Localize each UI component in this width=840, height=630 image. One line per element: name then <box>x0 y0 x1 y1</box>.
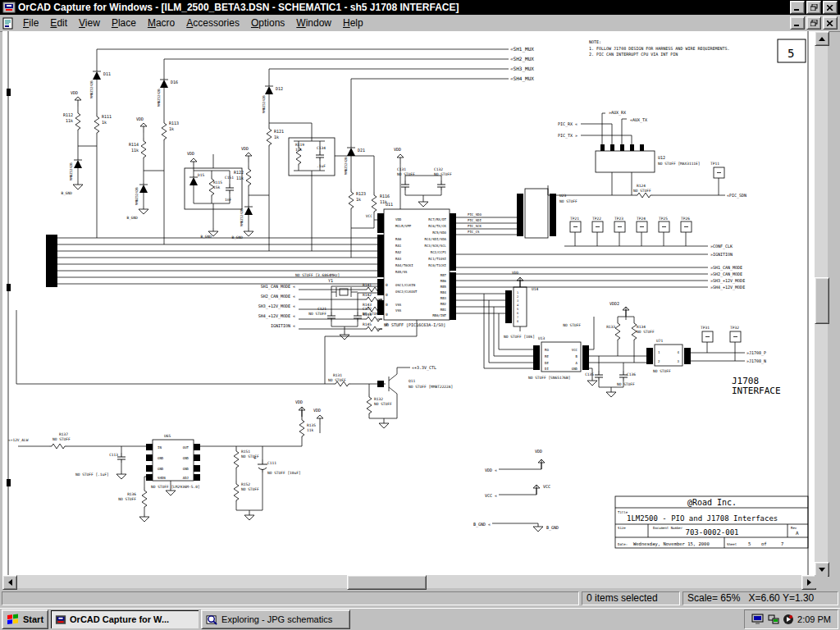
sch-text: RA3 <box>395 257 402 261</box>
vertical-scrollbar[interactable] <box>815 31 828 575</box>
sch-text: 1 <box>658 350 660 354</box>
network-tray-icon[interactable] <box>768 614 779 625</box>
sch-text: U71 <box>656 339 663 343</box>
sch-text: 2 <box>517 295 518 299</box>
sch-text: «SH1_MUX <box>510 46 534 52</box>
sch-text: NO STUFF [MMBT2222A] <box>409 385 453 389</box>
j1708-label-2: INTERFACE <box>732 386 781 396</box>
menu-accessories[interactable]: Accessories <box>180 16 245 30</box>
sch-text: C113 <box>109 453 118 457</box>
horizontal-scrollbar[interactable] <box>2 575 815 588</box>
sch-text: D11 <box>103 71 111 76</box>
sch-text: 4 <box>678 350 680 354</box>
sch-text: VDD <box>395 217 402 221</box>
sch-text: NO STUFF <box>633 189 651 193</box>
sch-text: U23 <box>559 194 566 198</box>
restore-button[interactable] <box>806 1 821 14</box>
schematic-doc-icon[interactable] <box>2 17 15 30</box>
start-button[interactable]: Start <box>2 609 48 629</box>
sch-text: VDD <box>313 408 321 413</box>
menu-edit[interactable]: Edit <box>44 16 73 30</box>
sch-text: RC0/T1CKI <box>428 263 446 267</box>
minimize-button[interactable] <box>790 1 805 14</box>
menu-file[interactable]: File <box>17 16 44 30</box>
sch-text: RA1 <box>395 244 402 248</box>
desktop: { "window": {"title": "OrCAD Capture for… <box>0 0 840 630</box>
sch-text: B_GND <box>61 191 72 196</box>
sch-text: »SH1_CAN_MODE <box>710 265 742 271</box>
task-exploring[interactable]: Exploring - JPG schematics <box>201 609 350 629</box>
sch-text: RC5/SDO <box>432 231 446 235</box>
child-close-button[interactable] <box>823 16 838 30</box>
sch-text: R134 <box>637 325 646 329</box>
sch-text: R114 <box>129 142 139 147</box>
sch-text: 4 <box>517 304 518 307</box>
sch-text: SHDN <box>158 476 166 480</box>
sch-text: NO STUFF <box>397 172 415 176</box>
sch-text: A <box>796 530 799 536</box>
sch-text: NO STUFF <box>559 199 578 203</box>
sch-text: NO STUFF <box>637 330 655 334</box>
sch-text: NO STUFF <box>563 323 581 327</box>
sch-text: RB7 <box>441 273 447 277</box>
sch-text: 15k <box>295 148 302 152</box>
sch-text: C132 <box>434 167 443 171</box>
sch-text: VCC <box>543 484 550 489</box>
sch-text: R141 <box>363 283 372 287</box>
menu-place[interactable]: Place <box>106 16 142 30</box>
child-restore-button[interactable] <box>806 16 821 30</box>
menu-macro[interactable]: Macro <box>142 16 180 30</box>
pic-refdes: U11 <box>386 202 393 207</box>
sch-text: R145 <box>363 322 372 326</box>
sch-text: GND <box>158 467 164 471</box>
sch-text: 0 <box>386 313 388 317</box>
sch-text: C121 <box>317 307 326 311</box>
child-minimize-button[interactable] <box>790 16 805 30</box>
sch-text: Sheet <box>727 542 737 546</box>
menu-view[interactable]: View <box>73 16 106 30</box>
titleblock-date: Wednesday, November 15, 2000 <box>633 541 710 547</box>
task-orcad-capture[interactable]: OrCAD Capture for W... <box>51 610 199 628</box>
sch-text: VSS <box>395 308 402 313</box>
menu-window[interactable]: Window <box>290 16 337 30</box>
sch-text: R142 <box>363 293 372 297</box>
sch-text: 1k <box>356 197 361 202</box>
sch-text: B_GND « <box>473 522 491 527</box>
sch-text: »SH3_+12V_MODE <box>710 278 745 284</box>
sch-text: TP31 <box>701 326 710 330</box>
menu-bar: File Edit View Place Macro Accessories O… <box>0 15 840 32</box>
titleblock-docnum: 703-0002-001 <box>685 528 738 536</box>
sch-text: 15k <box>213 185 220 189</box>
component-boxes <box>153 138 682 481</box>
sch-text: R151 <box>241 450 250 454</box>
sch-text: 6 <box>517 312 518 315</box>
pic-part: NO STUFF [PIC16C63A-I/SO] <box>384 322 445 327</box>
vertical-scroll-thumb[interactable] <box>815 277 829 324</box>
sch-text: D21 <box>358 148 365 153</box>
sch-text: R136 <box>127 492 136 496</box>
sch-text: VDD2 <box>609 301 619 306</box>
scroll-left-button[interactable] <box>2 575 17 590</box>
sch-text: R121 <box>274 129 284 134</box>
sch-text: «SH2_MUX <box>510 56 534 62</box>
sch-text: NO STUFF <box>241 487 259 491</box>
sch-text: R111 <box>102 114 112 119</box>
display-tray-icon[interactable] <box>751 614 765 625</box>
sch-text: VDD <box>71 90 78 95</box>
menu-options[interactable]: Options <box>245 16 290 30</box>
media-tray-icon[interactable] <box>783 614 794 625</box>
sch-text: TP26 <box>681 217 690 221</box>
close-button[interactable] <box>823 1 838 14</box>
sch-text: IN <box>158 445 162 450</box>
sch-text: MMBZ5242B <box>135 187 139 205</box>
menu-help[interactable]: Help <box>337 16 369 30</box>
schematic-page[interactable]: «SH1_MUX«SH2_MUX«SH3_MUX«SH4_MUXNOTE:1. … <box>2 31 815 575</box>
sch-text: RA0 <box>395 237 402 241</box>
title-bar[interactable]: OrCAD Capture for Windows - [ILM_2500_BE… <box>0 0 840 15</box>
orcad-task-icon <box>55 614 66 625</box>
sch-text: D12 <box>276 86 283 91</box>
horizontal-scroll-thumb[interactable] <box>347 575 427 590</box>
sch-text: VDD <box>136 116 144 121</box>
sch-text: R122 <box>234 170 244 175</box>
scroll-up-button[interactable] <box>815 31 829 46</box>
